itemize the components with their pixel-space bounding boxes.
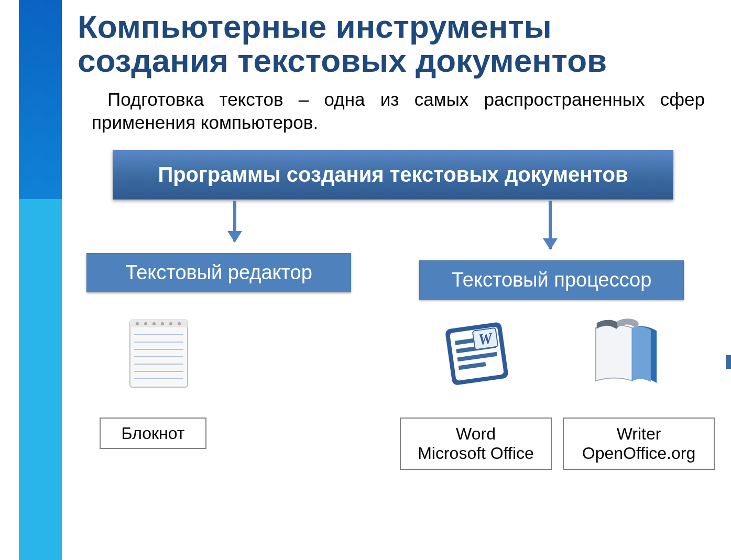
svg-point-7: [178, 322, 181, 325]
caption-line: OpenOffice.org: [582, 444, 695, 463]
svg-point-2: [136, 322, 139, 325]
edge-mark: [726, 355, 731, 369]
svg-point-6: [169, 322, 172, 325]
svg-point-4: [152, 322, 156, 325]
caption-word: Word Microsoft Office: [400, 418, 552, 470]
caption-writer: Writer OpenOffice.org: [563, 418, 715, 470]
notepad-icon: [119, 313, 198, 391]
caption-notepad: Блокнот: [100, 418, 206, 449]
svg-point-3: [144, 322, 147, 325]
sidebar-accent-bottom: [19, 199, 62, 560]
slide-title: Компьютерные инструменты создания тексто…: [78, 9, 706, 78]
arrow-down-icon: [549, 201, 552, 249]
diagram-root-box: Программы создания текстовых документов: [113, 150, 673, 200]
caption-line: Word: [456, 424, 496, 444]
openoffice-writer-icon: [587, 312, 665, 390]
svg-rect-0: [130, 320, 188, 387]
diagram-branch-text-processor: Текстовый процессор: [419, 260, 684, 300]
diagram-branch-text-editor: Текстовый редактор: [86, 253, 351, 292]
arrow-down-icon: [233, 201, 236, 241]
caption-line: Microsoft Office: [418, 444, 534, 463]
caption-line: Writer: [617, 424, 661, 444]
slide-subtitle: Подготовка текстов – одна из самых распр…: [92, 88, 705, 134]
svg-point-5: [161, 322, 164, 325]
sidebar-accent-top: [19, 0, 62, 199]
word-icon: W: [439, 312, 518, 390]
